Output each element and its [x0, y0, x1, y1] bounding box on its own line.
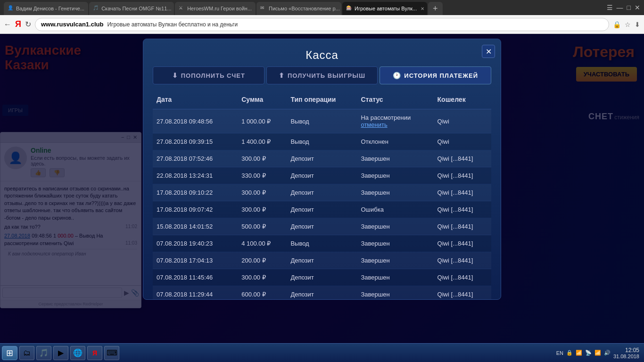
- tab-5-close[interactable]: ✕: [421, 6, 424, 11]
- taskbar-clock: 12:05 31.08.2018: [613, 347, 639, 359]
- row-wallet: Qiwi [...8441]: [434, 269, 491, 286]
- row-type: Депозит: [287, 218, 357, 235]
- row-date: 07.08.2018 11:29:44: [153, 286, 238, 300]
- tab-3-label: HeroesWM.ru Герои войн...: [187, 6, 252, 11]
- systray: EN 🔒 📶 📡 📶 🔊 12:05 31.08.2018: [553, 347, 642, 359]
- row-amount: 500.00 ₽: [238, 218, 287, 235]
- row-amount: 300.00 ₽: [238, 269, 287, 286]
- tab-3[interactable]: ⚔ HeroesWM.ru Герои войн...: [175, 2, 256, 15]
- taskbar-music[interactable]: 🎵: [36, 346, 51, 360]
- tab-5-favicon: 🎰: [346, 5, 353, 12]
- start-button[interactable]: ⊞: [2, 346, 17, 360]
- withdraw-icon: ⬆: [279, 72, 285, 79]
- tab-5[interactable]: 🎰 Игровые автоматы Вулк... ✕: [342, 2, 427, 15]
- row-amount: 200.00 ₽: [238, 252, 287, 269]
- back-btn[interactable]: ←: [4, 20, 11, 29]
- tab-4[interactable]: ✉ Письмо «Восстановление р...: [256, 2, 341, 15]
- lock-icon: 🔒: [613, 21, 621, 28]
- maximize-btn[interactable]: □: [627, 4, 631, 11]
- menu-icon[interactable]: ☰: [607, 4, 613, 11]
- yandex-logo: Я: [15, 19, 21, 29]
- modal-overlay: Касса ✕ ⬇ ПОПОЛНИТЬ СЧЕТ ⬆ ПОЛУЧИТЬ ВЫИГ…: [0, 34, 644, 362]
- tab-withdraw-label: ПОЛУЧИТЬ ВЫИГРЫШ: [288, 72, 365, 79]
- taskbar-explorer[interactable]: 🗂: [19, 346, 34, 360]
- cancel-link[interactable]: отменить: [361, 121, 387, 128]
- tab-2[interactable]: 🎵 Скачать Песни OMGF №11...: [89, 2, 174, 15]
- row-wallet: Qiwi [...8441]: [434, 235, 491, 252]
- row-date: 15.08.2018 14:01:52: [153, 218, 238, 235]
- taskbar: ⊞ 🗂 🎵 ▶ 🌐 Я ⌨ EN 🔒 📶 📡 📶 🔊 12:05 31.08.2…: [0, 343, 644, 362]
- taskbar-media[interactable]: ▶: [53, 346, 68, 360]
- row-status: Ошибка: [357, 201, 433, 218]
- url-path: Игровые автоматы Вулкан бесплатно и на д…: [107, 21, 238, 28]
- taskbar-yandex[interactable]: Я: [87, 346, 102, 360]
- row-wallet: Qiwi: [434, 133, 491, 150]
- refresh-btn[interactable]: ↻: [25, 20, 31, 29]
- url-bar[interactable]: www.rusvulcan1.club Игровые автоматы Вул…: [35, 18, 609, 31]
- tab-history[interactable]: 🕐 ИСТОРИЯ ПЛАТЕЖЕЙ: [380, 66, 491, 84]
- table-row: 27.08.2018 07:52:46300.00 ₽ДепозитЗаверш…: [153, 150, 491, 167]
- row-type: Вывод: [287, 109, 357, 133]
- row-date: 27.08.2018 09:48:56: [153, 109, 238, 133]
- row-type: Вывод: [287, 235, 357, 252]
- address-bar: ← Я ↻ www.rusvulcan1.club Игровые автома…: [0, 15, 644, 34]
- row-amount: 1 000.00 ₽: [238, 109, 287, 133]
- tab-deposit[interactable]: ⬇ ПОПОЛНИТЬ СЧЕТ: [153, 66, 264, 84]
- minimize-btn[interactable]: —: [617, 4, 623, 11]
- table-row: 07.08.2018 11:45:46300.00 ₽ДепозитЗаверш…: [153, 269, 491, 286]
- row-amount: 1 400.00 ₽: [238, 133, 287, 150]
- row-date: 17.08.2018 09:07:42: [153, 201, 238, 218]
- table-row: 07.08.2018 11:29:44600.00 ₽ДепозитЗаверш…: [153, 286, 491, 300]
- table-row: 17.08.2018 09:10:22300.00 ₽ДепозитЗаверш…: [153, 184, 491, 201]
- systray-volume-icon: 🔊: [604, 350, 611, 356]
- row-amount: 4 100.00 ₽: [238, 235, 287, 252]
- tab-2-favicon: 🎵: [93, 5, 99, 12]
- history-icon: 🕐: [393, 72, 401, 79]
- kassa-modal: Касса ✕ ⬇ ПОПОЛНИТЬ СЧЕТ ⬆ ПОЛУЧИТЬ ВЫИГ…: [143, 39, 501, 300]
- download-icon[interactable]: ⬇: [635, 21, 640, 28]
- tab-5-label: Игровые автоматы Вулк...: [355, 6, 417, 11]
- row-amount: 300.00 ₽: [238, 184, 287, 201]
- modal-close-btn[interactable]: ✕: [482, 45, 495, 58]
- row-date: 07.08.2018 19:40:23: [153, 235, 238, 252]
- row-status: Завершен: [357, 286, 433, 300]
- taskbar-keyboard[interactable]: ⌨: [104, 346, 119, 360]
- table-row: 07.08.2018 17:04:13200.00 ₽ДепозитЗаверш…: [153, 252, 491, 269]
- row-amount: 300.00 ₽: [238, 150, 287, 167]
- systray-wifi-icon: 📡: [585, 350, 592, 356]
- row-status: Завершен: [357, 167, 433, 184]
- bookmark-icon[interactable]: ☆: [625, 21, 631, 28]
- taskbar-browser-chrome[interactable]: 🌐: [70, 346, 85, 360]
- tab-withdraw[interactable]: ⬆ ПОЛУЧИТЬ ВЫИГРЫШ: [266, 66, 378, 84]
- new-tab-btn[interactable]: +: [428, 2, 443, 15]
- row-type: Депозит: [287, 269, 357, 286]
- tab-1-favicon: 👤: [8, 5, 14, 12]
- payment-table-container: Дата Сумма Тип операции Статус Кошелек 2…: [143, 92, 501, 299]
- row-date: 07.08.2018 17:04:13: [153, 252, 238, 269]
- payment-table-body: 27.08.2018 09:48:561 000.00 ₽ВыводНа рас…: [153, 109, 491, 300]
- row-type: Депозит: [287, 201, 357, 218]
- row-wallet: Qiwi [...8441]: [434, 201, 491, 218]
- row-wallet: Qiwi [...8441]: [434, 167, 491, 184]
- close-btn[interactable]: ✕: [635, 4, 640, 11]
- row-type: Вывод: [287, 133, 357, 150]
- row-status: На рассмотренииотменить: [357, 109, 433, 133]
- taskbar-time: 12:05: [613, 347, 639, 354]
- tab-4-favicon: ✉: [260, 5, 267, 12]
- row-wallet: Qiwi [...8441]: [434, 218, 491, 235]
- row-type: Депозит: [287, 286, 357, 300]
- row-amount: 300.00 ₽: [238, 201, 287, 218]
- col-date: Дата: [153, 92, 238, 109]
- modal-title: Касса: [153, 49, 491, 62]
- row-wallet: Qiwi [...8441]: [434, 286, 491, 300]
- window-controls: ☰ — □ ✕: [607, 4, 640, 11]
- table-row: 27.08.2018 09:39:151 400.00 ₽ВыводОтклон…: [153, 133, 491, 150]
- row-date: 17.08.2018 09:10:22: [153, 184, 238, 201]
- row-status: Завершен: [357, 269, 433, 286]
- row-status: Завершен: [357, 235, 433, 252]
- row-status: Отклонен: [357, 133, 433, 150]
- table-row: 22.08.2018 13:24:31330.00 ₽ДепозитЗаверш…: [153, 167, 491, 184]
- col-amount: Сумма: [238, 92, 287, 109]
- tab-1[interactable]: 👤 Вадим Денисов - Генетиче...: [4, 2, 88, 15]
- browser-content: Вулканские Казаки ИГРЫ Лотерея УЧАСТВОВА…: [0, 34, 644, 362]
